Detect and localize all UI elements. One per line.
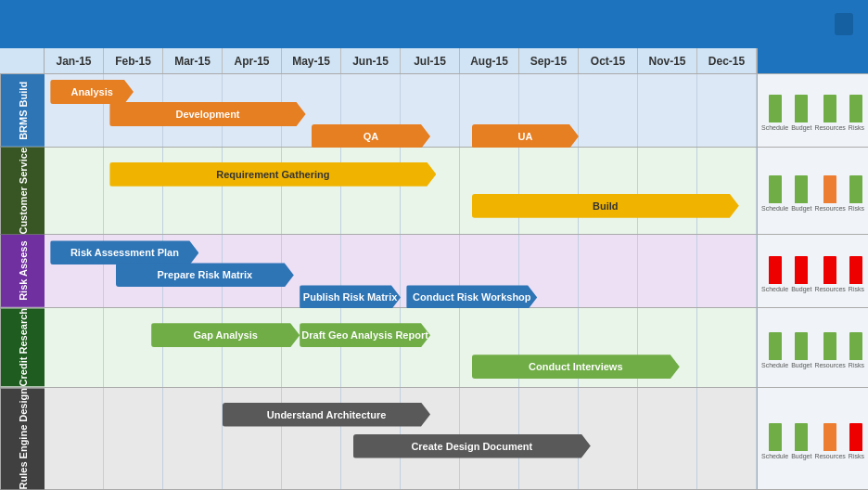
last-updated xyxy=(835,13,853,36)
grid-line-8 xyxy=(519,148,579,235)
health-bar-customer-0 xyxy=(769,175,782,203)
health-group-customer-0: Schedule xyxy=(761,175,788,212)
health-bar-rules-2 xyxy=(823,423,836,451)
health-credit: ScheduleBudgetResourcesRisks xyxy=(757,308,868,386)
health-risk: ScheduleBudgetResourcesRisks xyxy=(757,235,868,307)
month-cell-7: Aug-15 xyxy=(460,48,519,73)
health-group-customer-3: Risks xyxy=(849,175,864,212)
health-bar-credit-3 xyxy=(849,332,862,360)
grid-line-10 xyxy=(638,235,697,307)
health-bars-credit: ScheduleBudgetResourcesRisks xyxy=(761,327,864,368)
health-group-risk-0: Schedule xyxy=(761,256,788,292)
month-cell-5: Jun-15 xyxy=(341,48,401,73)
month-cell-11: Dec-15 xyxy=(697,48,757,73)
grid-line-9 xyxy=(579,74,638,147)
bar-customer-0: Requirement Gathering xyxy=(109,162,436,187)
health-bar-customer-2 xyxy=(823,175,836,203)
grid-line-5 xyxy=(341,148,401,235)
grid-line-0 xyxy=(45,148,104,235)
health-group-risk-1: Budget xyxy=(791,256,811,292)
row-label-rules: Rules Engine Design xyxy=(0,388,45,489)
month-cell-0: Jan-15 xyxy=(45,48,104,73)
month-cell-1: Feb-15 xyxy=(104,48,163,73)
health-bar-label-rules-0: Schedule xyxy=(761,453,788,459)
gantt-risk: Risk Assessment PlanPrepare Risk MatrixP… xyxy=(45,235,757,307)
grid-line-2 xyxy=(163,148,223,235)
project-row-credit: Credit ResearchGap AnalysisDraft Geo Ana… xyxy=(0,308,868,387)
grid-line-10 xyxy=(638,388,697,489)
bar-risk-3: Conduct Risk Workshop xyxy=(406,285,537,309)
health-group-rules-0: Schedule xyxy=(761,423,788,459)
month-cell-4: May-15 xyxy=(282,48,341,73)
month-spacer xyxy=(0,48,45,73)
health-customer: ScheduleBudgetResourcesRisks xyxy=(757,148,868,235)
month-cell-10: Nov-15 xyxy=(638,48,697,73)
row-label-credit: Credit Research xyxy=(0,308,45,386)
health-bar-brms-3 xyxy=(849,95,862,122)
health-bar-label-brms-3: Risks xyxy=(849,124,864,131)
grid-line-4 xyxy=(282,148,341,235)
health-group-brms-1: Budget xyxy=(791,95,811,131)
grid-line-1 xyxy=(104,308,163,386)
health-group-rules-3: Risks xyxy=(849,423,864,459)
grid-line-9 xyxy=(579,388,638,489)
health-bar-label-rules-1: Budget xyxy=(791,453,811,459)
health-bar-brms-0 xyxy=(769,95,782,122)
health-bar-label-customer-1: Budget xyxy=(791,205,811,212)
health-rules: ScheduleBudgetResourcesRisks xyxy=(757,388,868,489)
month-row: Jan-15Feb-15Mar-15Apr-15May-15Jun-15Jul-… xyxy=(0,48,868,74)
content-area: BRMS BuildAnalysisDevelopmentQAUASchedul… xyxy=(0,74,868,490)
health-bar-credit-2 xyxy=(823,332,836,360)
health-bar-label-credit-3: Risks xyxy=(849,362,864,368)
health-bar-label-credit-2: Resources xyxy=(814,362,845,368)
bar-risk-1: Prepare Risk Matrix xyxy=(116,263,294,287)
gantt-rules: Understand ArchitectureCreate Design Doc… xyxy=(45,388,757,489)
health-bar-label-risk-2: Resources xyxy=(814,286,845,292)
health-bar-customer-3 xyxy=(849,175,862,203)
main-container: Jan-15Feb-15Mar-15Apr-15May-15Jun-15Jul-… xyxy=(0,0,868,490)
health-bar-label-credit-1: Budget xyxy=(791,362,811,368)
health-bar-label-credit-0: Schedule xyxy=(761,362,788,368)
grid-line-0 xyxy=(45,388,104,489)
month-cell-8: Sep-15 xyxy=(519,48,579,73)
grid-line-10 xyxy=(638,148,697,235)
health-bar-label-rules-2: Resources xyxy=(814,453,845,459)
health-group-credit-2: Resources xyxy=(814,332,845,368)
health-group-brms-3: Risks xyxy=(849,95,864,131)
health-bar-rules-0 xyxy=(769,423,782,451)
bar-rules-0: Understand Architecture xyxy=(223,403,430,427)
health-bar-risk-1 xyxy=(795,256,808,284)
month-cells: Jan-15Feb-15Mar-15Apr-15May-15Jun-15Jul-… xyxy=(45,48,757,73)
grid-line-11 xyxy=(697,308,757,386)
health-bars-brms: ScheduleBudgetResourcesRisks xyxy=(761,89,864,131)
grid-line-2 xyxy=(163,308,223,386)
grid-line-9 xyxy=(579,148,638,235)
health-group-credit-3: Risks xyxy=(849,332,864,368)
grid-line-7 xyxy=(460,148,519,235)
header xyxy=(0,0,868,48)
grid-line-1 xyxy=(104,388,163,489)
month-cell-2: Mar-15 xyxy=(163,48,223,73)
gantt-grid xyxy=(45,148,757,235)
health-bar-credit-0 xyxy=(769,332,782,360)
grid-line-11 xyxy=(697,388,757,489)
health-bar-label-customer-2: Resources xyxy=(814,205,845,212)
grid-line-11 xyxy=(697,148,757,235)
grid-line-6 xyxy=(401,308,460,386)
project-row-customer: Customer ServiceRequirement GatheringBui… xyxy=(0,148,868,236)
health-bar-risk-3 xyxy=(849,256,862,284)
bar-risk-0: Risk Assessment Plan xyxy=(50,240,198,264)
bar-risk-2: Publish Risk Matrix xyxy=(300,285,401,309)
health-bar-label-brms-1: Budget xyxy=(791,124,811,131)
bar-brms-3: UA xyxy=(472,124,579,148)
month-cell-6: Jul-15 xyxy=(401,48,460,73)
health-group-brms-2: Resources xyxy=(814,95,845,131)
health-bar-label-customer-3: Risks xyxy=(849,205,864,212)
health-group-brms-0: Schedule xyxy=(761,95,788,131)
month-cell-3: Apr-15 xyxy=(223,48,282,73)
bar-credit-1: Draft Geo Analysis Report xyxy=(300,323,430,347)
health-bar-label-brms-0: Schedule xyxy=(761,124,788,131)
health-bar-label-risk-3: Risks xyxy=(849,286,864,292)
grid-line-2 xyxy=(163,388,223,489)
project-health-header xyxy=(757,48,868,73)
